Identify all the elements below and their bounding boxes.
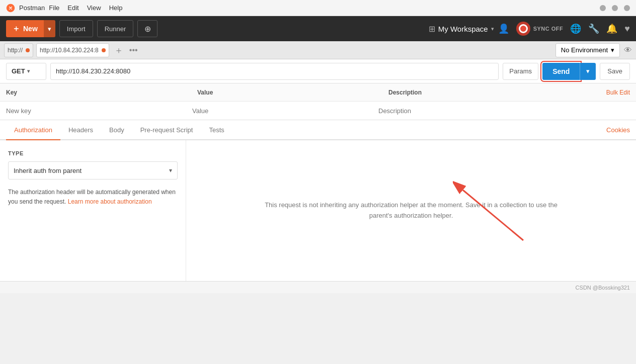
auth-main: This request is not inheriting any autho… [186,140,636,281]
runner-button[interactable]: Runner [97,20,134,37]
params-table: Key Value Description Bulk Edit [0,83,636,120]
bulk-edit-button[interactable]: Bulk Edit [600,89,630,96]
send-dropdown-button[interactable]: ▾ [580,63,596,80]
new-key-input[interactable] [6,107,192,115]
description-column-header: Description [388,89,600,96]
main-content: GET ▾ Params Send ▾ Save Key Value Descr… [0,59,636,281]
menu-view[interactable]: View [87,4,101,12]
new-label: New [23,25,38,33]
workspace-label: My Workspace [438,25,488,33]
menu-bar: File Edit View Help [49,4,122,12]
environment-label: No Environment [561,46,608,54]
tab-pre-request-script[interactable]: Pre-request Script [132,120,201,140]
auth-select-arrow-icon: ▾ [169,167,172,174]
close-button[interactable]: ✕ [624,5,630,11]
key-column-header: Key [6,89,197,96]
app-title: Postman [19,4,45,12]
toolbar-right: 👤 SYNC OFF 🌐 🔧 🔔 ♥ [498,22,630,36]
window-controls: — □ ✕ [600,5,630,11]
auth-type-selector[interactable]: Inherit auth from parent ▾ [8,161,178,179]
auth-panel: TYPE Inherit auth from parent ▾ The auth… [0,140,636,281]
auth-info-text: This request is not inheriting any autho… [260,200,562,221]
workspace-button[interactable]: ⊞ My Workspace ▾ [429,24,494,34]
minimize-button[interactable]: — [600,5,606,11]
method-label: GET [12,67,25,75]
save-button[interactable]: Save [600,63,630,80]
tab-http[interactable]: http:// [8,43,30,57]
authorization-link-text: authorization [117,198,152,205]
import-button[interactable]: Import [59,20,93,37]
method-dropdown-arrow: ▾ [27,68,30,74]
maximize-button[interactable]: □ [612,5,618,11]
tab-authorization[interactable]: Authorization [6,120,60,140]
tab-headers[interactable]: Headers [60,120,101,140]
learn-more-link[interactable]: Learn more about authorization [68,198,152,205]
globe-icon[interactable]: 🌐 [570,23,581,34]
menu-edit[interactable]: Edit [67,4,78,12]
sync-area: SYNC OFF [516,22,564,36]
environment-arrow-icon: ▾ [611,46,614,54]
request-tabs: Authorization Headers Body Pre-request S… [0,120,636,140]
menu-help[interactable]: Help [109,4,123,12]
cookies-link[interactable]: Cookies [606,126,630,134]
more-tabs-button[interactable]: ••• [127,46,140,55]
auth-type-value: Inherit auth from parent [14,167,82,174]
new-value-input[interactable] [192,107,378,115]
value-column-header: Value [197,89,388,96]
url-input[interactable] [50,63,499,80]
params-new-row [0,102,636,120]
title-bar-left: Postman File Edit View Help [6,4,122,13]
plus-icon: ＋ [12,24,20,34]
tab-label-1: http://10.84.230.224:8 [40,47,99,54]
eye-icon[interactable]: 👁 [624,46,632,55]
postman-logo-icon [6,4,15,13]
tab-label-0: http:// [8,47,23,54]
footer: CSDN @Bossking321 [0,281,636,293]
title-bar: Postman File Edit View Help — □ ✕ [0,0,636,16]
heart-icon[interactable]: ♥ [624,24,630,34]
sync-indicator [516,22,530,36]
bell-icon[interactable]: 🔔 [606,23,617,34]
tab-dot-0 [26,48,30,52]
new-button[interactable]: ＋ New ▾ [6,20,55,37]
learn-more-text: Learn more about [68,198,116,205]
new-desc-input[interactable] [378,107,630,115]
add-tab-icon[interactable]: ⊕ [137,20,157,37]
user-icon[interactable]: 👤 [498,23,509,34]
tab-tests[interactable]: Tests [201,120,232,140]
sync-label: SYNC OFF [533,26,564,32]
workspace-grid-icon: ⊞ [429,24,435,34]
footer-credit: CSDN @Bossking321 [576,285,630,291]
main-toolbar: ＋ New ▾ Import Runner ⊕ ⊞ My Workspace ▾… [0,16,636,41]
request-bar: GET ▾ Params Send ▾ Save [0,59,636,83]
method-selector[interactable]: GET ▾ [6,63,46,80]
auth-sidebar: TYPE Inherit auth from parent ▾ The auth… [0,140,186,281]
add-tab-button[interactable]: ＋ [112,44,125,56]
auth-type-label: TYPE [8,150,178,156]
environment-selector[interactable]: No Environment ▾ [555,43,620,57]
tab-body[interactable]: Body [101,120,132,140]
send-button[interactable]: Send [542,63,580,80]
send-arrow-icon: ▾ [586,67,590,75]
send-group: Send ▾ [542,63,596,80]
params-button[interactable]: Params [503,63,538,80]
tab-bar: http:// http://10.84.230.224:8 ＋ ••• No … [0,41,636,59]
params-header: Key Value Description Bulk Edit [0,83,636,102]
tab-dot-1 [102,48,106,52]
new-dropdown-arrow[interactable]: ▾ [44,20,55,37]
workspace-dropdown-arrow: ▾ [491,26,494,32]
menu-file[interactable]: File [49,4,59,12]
wrench-icon[interactable]: 🔧 [588,23,599,34]
auth-description: The authorization header will be automat… [8,188,178,207]
tab-url[interactable]: http://10.84.230.224:8 [40,43,106,57]
